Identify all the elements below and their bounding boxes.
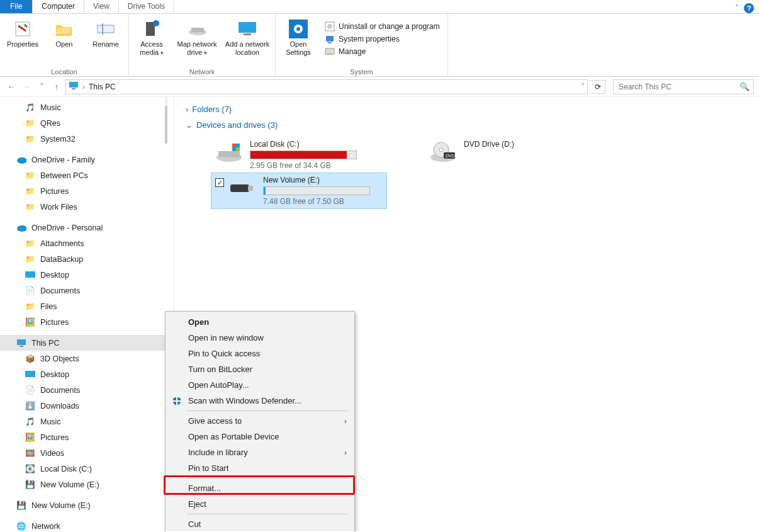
tree-pictures[interactable]: 📁Pictures [0, 183, 174, 199]
cm-cut[interactable]: Cut [167, 516, 353, 531]
tree-attachments[interactable]: 📁Attachments [0, 235, 174, 251]
cm-portable-device[interactable]: Open as Portable Device [167, 429, 353, 444]
rename-button[interactable]: Rename [88, 19, 123, 48]
rename-icon [96, 19, 116, 39]
manage-button[interactable]: Manage [325, 47, 440, 57]
tree-onedrive-personal[interactable]: OneDrive - Personal [0, 220, 174, 235]
drive-e-free: 7.48 GB free of 7.50 GB [263, 197, 370, 206]
videos-icon: 🎞️ [25, 448, 35, 458]
defender-icon [172, 396, 182, 406]
open-button[interactable]: Open [47, 19, 82, 48]
tree-videos[interactable]: 🎞️Videos [0, 445, 174, 461]
tab-computer[interactable]: Computer [33, 0, 84, 13]
folder-icon: 📁 [25, 134, 35, 144]
drive-dvd-d[interactable]: DVD DVD Drive (D:) [425, 137, 563, 173]
tree-this-pc[interactable]: This PC [0, 335, 174, 351]
address-dropdown-icon[interactable]: ˅ [581, 82, 585, 91]
tree-pictures-3[interactable]: 🖼️Pictures [0, 429, 174, 445]
tree-music[interactable]: 🎵Music [0, 99, 174, 115]
add-network-label: Add a network location [225, 40, 270, 56]
cm-eject[interactable]: Eject [167, 496, 353, 512]
desktop-icon [25, 370, 35, 380]
cm-autoplay[interactable]: Open AutoPlay... [167, 377, 353, 393]
folder-icon: 📁 [25, 202, 35, 212]
network-icon: 🌐 [16, 521, 26, 531]
address-bar[interactable]: › This PC ˅ [65, 79, 588, 94]
cm-format[interactable]: Format... [167, 480, 353, 496]
drive-local-c[interactable]: Local Disk (C:) 2.95 GB free of 34.4 GB [211, 137, 387, 173]
drive-c-capacity-bar [250, 150, 357, 159]
access-media-button[interactable]: Access media [134, 19, 169, 56]
folder-icon: 📁 [25, 118, 35, 128]
up-button[interactable]: ↑ [50, 81, 63, 93]
cm-separator [187, 514, 348, 514]
objects3d-icon: 📦 [25, 354, 35, 364]
refresh-button[interactable]: ⟳ [590, 80, 605, 94]
tree-new-volume-e-2[interactable]: 💾New Volume (E:) [0, 497, 174, 513]
cm-bitlocker[interactable]: Turn on BitLocker [167, 361, 353, 377]
tree-documents[interactable]: 📄Documents [0, 283, 174, 298]
cm-pin-quick-access[interactable]: Pin to Quick access [167, 346, 353, 361]
tree-files[interactable]: 📁Files [0, 298, 174, 314]
open-settings-label: Open Settings [281, 40, 316, 56]
ribbon-group-network-label: Network [134, 67, 270, 76]
tab-view[interactable]: View [84, 0, 119, 13]
group-folders-header[interactable]: › Folders (7) [186, 102, 759, 116]
help-icon[interactable]: ? [744, 3, 754, 13]
drive-e-capacity-bar [263, 186, 370, 195]
cm-open-new-window[interactable]: Open in new window [167, 330, 353, 346]
tree-databackup[interactable]: 📁DataBackup [0, 251, 174, 267]
drive-e-checkbox[interactable]: ✓ [215, 178, 224, 187]
cm-pin-start[interactable]: Pin to Start [167, 460, 353, 476]
tree-3d-objects[interactable]: 📦3D Objects [0, 351, 174, 366]
group-drives-header[interactable]: ⌄ Devices and drives (3) [186, 116, 759, 132]
recent-locations-button[interactable]: ˅ [35, 81, 48, 93]
open-settings-button[interactable]: Open Settings [281, 19, 316, 56]
tree-onedrive-family[interactable]: OneDrive - Family [0, 152, 174, 167]
cm-open[interactable]: Open [167, 314, 353, 330]
tab-file[interactable]: File [0, 0, 33, 13]
properties-button[interactable]: Properties [5, 19, 40, 48]
cm-give-access[interactable]: Give access to› [167, 413, 353, 429]
folder-icon: 📁 [25, 239, 35, 249]
tree-new-volume-e[interactable]: 💾New Volume (E:) [0, 477, 174, 492]
forward-button[interactable]: → [20, 81, 33, 93]
system-properties-button[interactable]: System properties [325, 34, 440, 44]
add-network-location-button[interactable]: Add a network location [225, 19, 270, 56]
search-input[interactable] [617, 82, 739, 92]
tree-qres[interactable]: 📁QRes [0, 115, 174, 131]
uninstall-program-button[interactable]: Uninstall or change a program [325, 21, 440, 31]
breadcrumb-this-pc[interactable]: This PC [89, 82, 116, 91]
tree-between-pcs[interactable]: 📁Between PCs [0, 167, 174, 183]
tree-music-2[interactable]: 🎵Music [0, 414, 174, 429]
collapse-ribbon-icon[interactable]: ˄ [735, 4, 739, 13]
map-network-drive-button[interactable]: Map network drive [176, 19, 218, 56]
open-label: Open [56, 40, 73, 48]
tree-pictures-2[interactable]: 🖼️Pictures [0, 314, 174, 330]
drive-new-volume-e[interactable]: ✓ New Volume (E:) 7.48 GB free of 7.50 G… [211, 173, 387, 209]
documents-icon: 📄 [25, 286, 35, 296]
svg-point-20 [17, 225, 26, 232]
tree-downloads[interactable]: ⬇️Downloads [0, 398, 174, 414]
ribbon-group-location: Properties Open Rename Location [0, 14, 129, 76]
tree-desktop-2[interactable]: Desktop [0, 366, 174, 382]
chevron-down-icon: ⌄ [186, 120, 193, 130]
tree-documents-2[interactable]: 📄Documents [0, 382, 174, 398]
tree-network[interactable]: 🌐Network [0, 518, 174, 531]
hdd-icon: 💽 [25, 464, 35, 474]
search-box[interactable]: 🔍 [613, 79, 754, 94]
manage-icon [325, 47, 335, 57]
tree-desktop[interactable]: Desktop [0, 267, 174, 283]
back-button[interactable]: ← [5, 81, 18, 93]
tree-work-files[interactable]: 📁Work Files [0, 199, 174, 215]
hdd-icon [215, 140, 244, 164]
tab-drive-tools[interactable]: Drive Tools [119, 0, 174, 13]
system-properties-icon [325, 34, 335, 44]
tree-local-disk-c[interactable]: 💽Local Disk (C:) [0, 461, 174, 477]
tree-system32[interactable]: 📁System32 [0, 131, 174, 147]
folder-icon: 📁 [25, 302, 35, 312]
cm-include-library[interactable]: Include in library› [167, 444, 353, 460]
svg-rect-6 [191, 28, 204, 32]
drive-e-name: New Volume (E:) [263, 176, 370, 184]
cm-defender-scan[interactable]: Scan with Windows Defender... [167, 393, 353, 409]
